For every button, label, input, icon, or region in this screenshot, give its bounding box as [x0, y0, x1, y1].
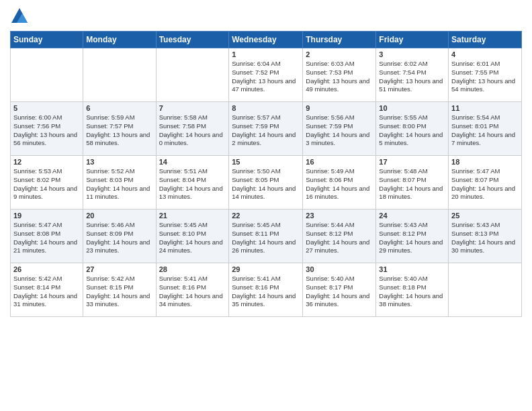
day-info: Sunrise: 5:47 AM Sunset: 8:08 PM Dayligh… [13, 221, 80, 255]
calendar-day-cell [83, 48, 156, 102]
day-info: Sunrise: 5:43 AM Sunset: 8:12 PM Dayligh… [379, 221, 445, 255]
calendar-header: SundayMondayTuesdayWednesdayThursdayFrid… [11, 32, 522, 48]
calendar-week-row: 19Sunrise: 5:47 AM Sunset: 8:08 PM Dayli… [11, 210, 522, 263]
calendar-day-cell: 25Sunrise: 5:43 AM Sunset: 8:13 PM Dayli… [449, 210, 522, 263]
weekday-header-sunday: Sunday [11, 32, 83, 48]
weekday-header-row: SundayMondayTuesdayWednesdayThursdayFrid… [11, 32, 522, 48]
day-number: 5 [13, 104, 80, 112]
day-info: Sunrise: 5:56 AM Sunset: 7:59 PM Dayligh… [306, 113, 373, 148]
day-info: Sunrise: 5:50 AM Sunset: 8:05 PM Dayligh… [232, 167, 300, 201]
day-number: 4 [451, 50, 519, 58]
calendar-week-row: 26Sunrise: 5:42 AM Sunset: 8:14 PM Dayli… [11, 263, 522, 317]
calendar-day-cell: 18Sunrise: 5:47 AM Sunset: 8:07 PM Dayli… [449, 156, 522, 210]
day-info: Sunrise: 5:46 AM Sunset: 8:09 PM Dayligh… [86, 221, 152, 255]
weekday-header-friday: Friday [376, 32, 449, 48]
day-number: 31 [379, 265, 445, 273]
calendar-table: SundayMondayTuesdayWednesdayThursdayFrid… [10, 31, 522, 317]
calendar-day-cell: 5Sunrise: 6:00 AM Sunset: 7:56 PM Daylig… [11, 102, 83, 156]
calendar-day-cell: 11Sunrise: 5:54 AM Sunset: 8:01 PM Dayli… [449, 102, 522, 156]
day-info: Sunrise: 5:47 AM Sunset: 8:07 PM Dayligh… [451, 167, 519, 201]
calendar-day-cell: 19Sunrise: 5:47 AM Sunset: 8:08 PM Dayli… [11, 210, 83, 263]
day-info: Sunrise: 5:51 AM Sunset: 8:04 PM Dayligh… [159, 167, 226, 201]
day-number: 17 [379, 158, 445, 166]
day-number: 26 [13, 265, 80, 273]
day-number: 16 [306, 158, 373, 166]
day-info: Sunrise: 5:48 AM Sunset: 8:07 PM Dayligh… [379, 167, 445, 201]
day-info: Sunrise: 5:45 AM Sunset: 8:11 PM Dayligh… [232, 221, 300, 255]
day-info: Sunrise: 5:53 AM Sunset: 8:02 PM Dayligh… [13, 167, 80, 201]
day-number: 15 [232, 158, 300, 166]
calendar-day-cell: 20Sunrise: 5:46 AM Sunset: 8:09 PM Dayli… [83, 210, 156, 263]
logo [10, 7, 32, 26]
day-number: 3 [379, 50, 445, 58]
day-info: Sunrise: 5:41 AM Sunset: 8:16 PM Dayligh… [159, 275, 226, 309]
calendar-day-cell [449, 263, 522, 317]
calendar-day-cell: 14Sunrise: 5:51 AM Sunset: 8:04 PM Dayli… [156, 156, 229, 210]
calendar-day-cell: 28Sunrise: 5:41 AM Sunset: 8:16 PM Dayli… [156, 263, 229, 317]
calendar-day-cell: 3Sunrise: 6:02 AM Sunset: 7:54 PM Daylig… [376, 48, 449, 102]
calendar-body: 1Sunrise: 6:04 AM Sunset: 7:52 PM Daylig… [11, 48, 522, 317]
day-number: 6 [86, 104, 152, 112]
day-info: Sunrise: 6:03 AM Sunset: 7:53 PM Dayligh… [306, 60, 373, 94]
calendar-day-cell: 10Sunrise: 5:55 AM Sunset: 8:00 PM Dayli… [376, 102, 449, 156]
calendar-day-cell: 23Sunrise: 5:44 AM Sunset: 8:12 PM Dayli… [303, 210, 376, 263]
day-number: 23 [306, 212, 373, 220]
calendar-day-cell: 21Sunrise: 5:45 AM Sunset: 8:10 PM Dayli… [156, 210, 229, 263]
calendar-day-cell: 27Sunrise: 5:42 AM Sunset: 8:15 PM Dayli… [83, 263, 156, 317]
day-number: 7 [159, 104, 226, 112]
day-number: 19 [13, 212, 80, 220]
day-info: Sunrise: 5:42 AM Sunset: 8:15 PM Dayligh… [86, 275, 152, 309]
calendar-day-cell: 4Sunrise: 6:01 AM Sunset: 7:55 PM Daylig… [449, 48, 522, 102]
header [10, 7, 522, 26]
calendar-day-cell: 1Sunrise: 6:04 AM Sunset: 7:52 PM Daylig… [229, 48, 303, 102]
day-info: Sunrise: 6:01 AM Sunset: 7:55 PM Dayligh… [451, 60, 519, 94]
day-info: Sunrise: 5:55 AM Sunset: 8:00 PM Dayligh… [379, 113, 445, 148]
day-info: Sunrise: 5:42 AM Sunset: 8:14 PM Dayligh… [13, 275, 80, 309]
day-number: 18 [451, 158, 519, 166]
calendar-day-cell: 8Sunrise: 5:57 AM Sunset: 7:59 PM Daylig… [229, 102, 303, 156]
calendar-day-cell: 26Sunrise: 5:42 AM Sunset: 8:14 PM Dayli… [11, 263, 83, 317]
day-info: Sunrise: 5:57 AM Sunset: 7:59 PM Dayligh… [232, 113, 300, 148]
page: SundayMondayTuesdayWednesdayThursdayFrid… [0, 0, 532, 411]
calendar-day-cell: 24Sunrise: 5:43 AM Sunset: 8:12 PM Dayli… [376, 210, 449, 263]
day-number: 28 [159, 265, 226, 273]
calendar-day-cell: 13Sunrise: 5:52 AM Sunset: 8:03 PM Dayli… [83, 156, 156, 210]
weekday-header-saturday: Saturday [449, 32, 522, 48]
day-number: 24 [379, 212, 445, 220]
day-number: 2 [306, 50, 373, 58]
calendar-day-cell: 30Sunrise: 5:40 AM Sunset: 8:17 PM Dayli… [303, 263, 376, 317]
day-info: Sunrise: 5:54 AM Sunset: 8:01 PM Dayligh… [451, 113, 519, 148]
day-info: Sunrise: 6:04 AM Sunset: 7:52 PM Dayligh… [232, 60, 300, 94]
day-number: 14 [159, 158, 226, 166]
day-info: Sunrise: 5:58 AM Sunset: 7:58 PM Dayligh… [159, 113, 226, 148]
calendar-day-cell: 12Sunrise: 5:53 AM Sunset: 8:02 PM Dayli… [11, 156, 83, 210]
weekday-header-wednesday: Wednesday [229, 32, 303, 48]
calendar-day-cell: 31Sunrise: 5:40 AM Sunset: 8:18 PM Dayli… [376, 263, 449, 317]
day-number: 22 [232, 212, 300, 220]
calendar-day-cell: 17Sunrise: 5:48 AM Sunset: 8:07 PM Dayli… [376, 156, 449, 210]
calendar-day-cell: 6Sunrise: 5:59 AM Sunset: 7:57 PM Daylig… [83, 102, 156, 156]
day-info: Sunrise: 5:40 AM Sunset: 8:18 PM Dayligh… [379, 275, 445, 309]
calendar-day-cell: 22Sunrise: 5:45 AM Sunset: 8:11 PM Dayli… [229, 210, 303, 263]
day-number: 20 [86, 212, 152, 220]
day-info: Sunrise: 5:59 AM Sunset: 7:57 PM Dayligh… [86, 113, 152, 148]
day-number: 13 [86, 158, 152, 166]
calendar-week-row: 1Sunrise: 6:04 AM Sunset: 7:52 PM Daylig… [11, 48, 522, 102]
calendar-day-cell: 2Sunrise: 6:03 AM Sunset: 7:53 PM Daylig… [303, 48, 376, 102]
calendar-day-cell [11, 48, 83, 102]
day-number: 12 [13, 158, 80, 166]
day-info: Sunrise: 5:43 AM Sunset: 8:13 PM Dayligh… [451, 221, 519, 255]
weekday-header-tuesday: Tuesday [156, 32, 229, 48]
weekday-header-thursday: Thursday [303, 32, 376, 48]
day-info: Sunrise: 5:52 AM Sunset: 8:03 PM Dayligh… [86, 167, 152, 201]
calendar-day-cell: 15Sunrise: 5:50 AM Sunset: 8:05 PM Dayli… [229, 156, 303, 210]
day-number: 10 [379, 104, 445, 112]
calendar-day-cell: 7Sunrise: 5:58 AM Sunset: 7:58 PM Daylig… [156, 102, 229, 156]
day-number: 11 [451, 104, 519, 112]
weekday-header-monday: Monday [83, 32, 156, 48]
day-info: Sunrise: 5:40 AM Sunset: 8:17 PM Dayligh… [306, 275, 373, 309]
day-number: 21 [159, 212, 226, 220]
calendar-day-cell: 16Sunrise: 5:49 AM Sunset: 8:06 PM Dayli… [303, 156, 376, 210]
day-info: Sunrise: 5:41 AM Sunset: 8:16 PM Dayligh… [232, 275, 300, 309]
calendar-day-cell: 9Sunrise: 5:56 AM Sunset: 7:59 PM Daylig… [303, 102, 376, 156]
